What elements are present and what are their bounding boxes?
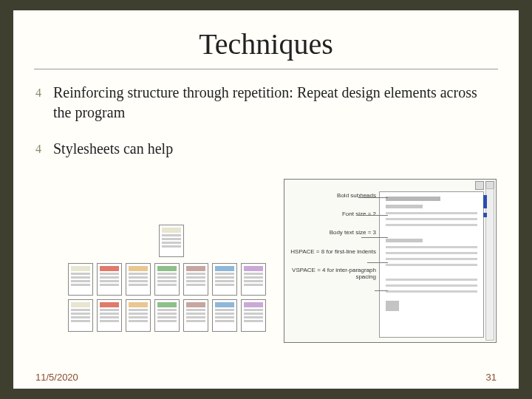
- figure-layout-spec: Bold subheads Font size = 2 Body text si…: [284, 179, 497, 343]
- page-thumb: [154, 299, 180, 332]
- figure-thumbnail-grid: [68, 225, 275, 332]
- page-thumb: [241, 299, 266, 332]
- highlight-bar: [483, 213, 487, 217]
- leader-line: [358, 197, 388, 198]
- slide-body: 4 Reinforcing structure through repetiti…: [13, 69, 519, 159]
- spec-label: HSPACE = 8 for first-line indents: [289, 248, 376, 255]
- spec-label: VSPACE = 4 for inter-paragraph spacing: [289, 267, 376, 280]
- page-thumb: [183, 299, 208, 332]
- bullet-1-text: Reinforcing structure through repetition…: [53, 83, 497, 123]
- bullet-2-text: Stylesheets can help: [53, 139, 173, 159]
- page-thumb: [241, 263, 266, 296]
- page-thumb: [154, 263, 180, 296]
- spec-label: Font size = 2: [289, 211, 376, 217]
- spec-label: Body text size = 3: [289, 229, 376, 236]
- slide-footer: 11/5/2020 31: [13, 372, 519, 383]
- page-thumb: [159, 225, 184, 257]
- bullet-1: 4 Reinforcing structure through repetiti…: [35, 83, 497, 123]
- scroll-arrow-icon: [475, 181, 484, 190]
- page-thumb: [212, 299, 237, 332]
- page-thumb: [212, 263, 237, 296]
- page-thumb: [126, 299, 151, 332]
- bullet-2: 4 Stylesheets can help: [35, 139, 497, 159]
- scrollbar-horizontal: [286, 181, 494, 188]
- leader-line: [361, 237, 388, 238]
- spec-labels: Bold subheads Font size = 2 Body text si…: [289, 191, 379, 338]
- page-thumb: [126, 263, 151, 296]
- page-thumb: [97, 299, 122, 332]
- slide: Techniques 4 Reinforcing structure throu…: [13, 10, 519, 389]
- page-thumb: [68, 263, 93, 296]
- image-placeholder-icon: [386, 301, 399, 311]
- leader-line: [358, 215, 388, 216]
- highlight-bar: [483, 195, 487, 208]
- bullet-marker-icon: 4: [35, 83, 46, 123]
- footer-page-number: 31: [486, 372, 497, 383]
- scrollbar-vertical: [485, 188, 494, 341]
- footer-date: 11/5/2020: [35, 372, 78, 383]
- page-thumb: [97, 263, 122, 296]
- leader-line: [367, 262, 388, 263]
- spec-page-preview: [379, 191, 484, 338]
- slide-title: Techniques: [13, 27, 519, 61]
- bullet-marker-icon: 4: [35, 139, 46, 159]
- leader-line: [375, 290, 388, 291]
- page-thumb: [183, 263, 208, 296]
- page-thumb: [68, 299, 93, 332]
